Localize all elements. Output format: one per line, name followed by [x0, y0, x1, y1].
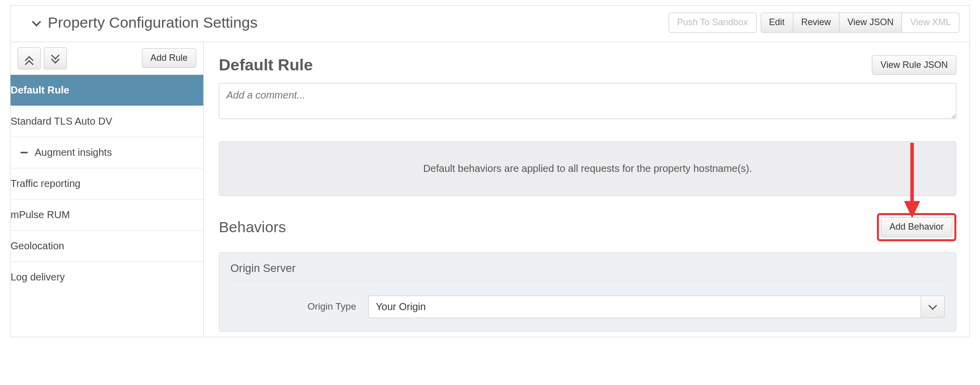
- chevron-down-icon[interactable]: [32, 18, 41, 27]
- rule-item-standard-tls[interactable]: Standard TLS Auto DV: [11, 106, 203, 137]
- config-panel: Property Configuration Settings Push To …: [10, 5, 970, 337]
- behaviors-title: Behaviors: [219, 219, 286, 236]
- rule-title: Default Rule: [219, 56, 313, 74]
- view-xml-button: View XML: [902, 13, 959, 33]
- behavior-name: Origin Server: [230, 262, 945, 281]
- minus-icon: [21, 152, 28, 153]
- push-to-sandbox-button[interactable]: Push To Sandbox: [669, 13, 757, 33]
- rule-title-row: Default Rule View Rule JSON: [219, 55, 956, 75]
- double-chevron-up-icon: [25, 53, 34, 63]
- origin-type-value: Your Origin: [368, 296, 921, 318]
- add-rule-button[interactable]: Add Rule: [142, 48, 196, 68]
- rule-label: mPulse RUM: [11, 200, 77, 230]
- rule-label: Default Rule: [11, 75, 76, 106]
- rule-detail: Default Rule View Rule JSON Default beha…: [204, 42, 969, 337]
- origin-type-select[interactable]: Your Origin: [368, 296, 945, 318]
- sidebar-toolbar-left: [18, 47, 67, 69]
- panel-header: Property Configuration Settings Push To …: [11, 6, 969, 42]
- origin-type-row: Origin Type Your Origin: [230, 296, 945, 318]
- view-json-button[interactable]: View JSON: [839, 13, 903, 33]
- rule-item-traffic-reporting[interactable]: Traffic reporting: [11, 168, 203, 199]
- rule-item-default-rule[interactable]: Default Rule: [11, 74, 203, 106]
- rule-item-mpulse-rum[interactable]: mPulse RUM: [11, 199, 203, 230]
- chevron-down-icon: [929, 301, 937, 310]
- edit-button[interactable]: Edit: [761, 13, 793, 33]
- panel-body: Add Rule Default Rule Standard TLS Auto …: [11, 42, 969, 337]
- behavior-panel-origin-server: Origin Server Origin Type Your Origin: [219, 252, 956, 332]
- add-behavior-button[interactable]: Add Behavior: [881, 217, 952, 237]
- rule-label: Traffic reporting: [11, 168, 88, 199]
- header-button-group: Edit Review View JSON View XML: [761, 13, 959, 33]
- double-chevron-down-icon: [51, 53, 60, 63]
- collapse-all-button[interactable]: [18, 47, 41, 69]
- rule-label: Augment insights: [35, 137, 119, 168]
- default-behaviors-banner: Default behaviors are applied to all req…: [219, 141, 956, 196]
- expand-all-button[interactable]: [44, 47, 67, 69]
- review-button[interactable]: Review: [793, 13, 840, 33]
- header-actions: Push To Sandbox Edit Review View JSON Vi…: [669, 13, 959, 33]
- origin-type-dropdown-toggle[interactable]: [921, 296, 945, 318]
- origin-type-label: Origin Type: [230, 301, 356, 312]
- header-left: Property Configuration Settings: [32, 14, 258, 31]
- rule-item-augment-insights[interactable]: Augment insights: [11, 137, 203, 168]
- view-rule-json-button[interactable]: View Rule JSON: [872, 55, 956, 75]
- rules-sidebar: Add Rule Default Rule Standard TLS Auto …: [11, 42, 204, 337]
- rule-label: Geolocation: [11, 231, 71, 261]
- rule-comment-input[interactable]: [219, 83, 956, 119]
- rule-item-geolocation[interactable]: Geolocation: [11, 230, 203, 261]
- annotation-highlight: Add Behavior: [877, 213, 956, 241]
- behaviors-section-header: Behaviors Add Behavior: [219, 213, 956, 241]
- rule-item-log-delivery[interactable]: Log delivery: [11, 261, 203, 293]
- rule-list: Default Rule Standard TLS Auto DV Augmen…: [11, 74, 203, 293]
- sidebar-toolbar: Add Rule: [11, 42, 203, 74]
- rule-label: Standard TLS Auto DV: [11, 106, 119, 137]
- rule-label: Log delivery: [11, 262, 72, 293]
- collapse-toggle[interactable]: [11, 152, 35, 153]
- panel-title: Property Configuration Settings: [48, 14, 258, 31]
